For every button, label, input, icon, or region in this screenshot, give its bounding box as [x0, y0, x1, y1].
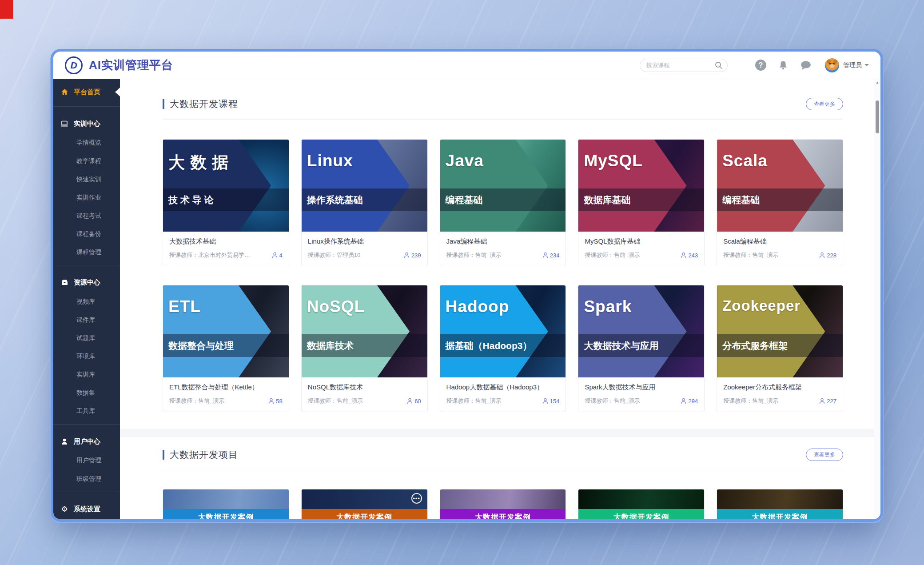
student-count: 239: [404, 252, 421, 259]
sidebar-item-course-exam[interactable]: 课程考试: [53, 207, 120, 225]
section-title: 大数据开发项目: [163, 449, 238, 461]
sidebar-item-class-management[interactable]: 班级管理: [53, 470, 120, 488]
sidebar-divider: [53, 265, 120, 265]
message-bubble-icon: [800, 60, 812, 71]
cover-title: Spark: [584, 297, 632, 316]
bell-icon: [778, 60, 789, 71]
sidebar-item-user-management[interactable]: 用户管理: [53, 452, 120, 470]
person-icon: [407, 398, 413, 404]
cover-title: Zookeeper: [722, 297, 801, 314]
course-title[interactable]: Spark大数据技术与应用: [585, 383, 698, 392]
project-card[interactable]: ••• 大数据开发案例: [301, 489, 428, 519]
student-count: 60: [407, 398, 421, 405]
course-cover: MySQL 数据库基础: [578, 140, 704, 232]
project-card[interactable]: 大数据开发案例: [717, 489, 843, 519]
project-card[interactable]: 大数据开发案例: [440, 489, 566, 519]
course-title[interactable]: Scala编程基础: [723, 237, 836, 246]
help-button[interactable]: ?: [755, 60, 766, 71]
sidebar-divider: [53, 424, 120, 425]
cover-subtitle: 技 术 导 论: [163, 188, 214, 212]
scroll-up-icon[interactable]: ▲: [874, 80, 880, 84]
course-card[interactable]: ETL 数据整合与处理 ETL数据整合与处理（Kettle） 授课教师：售前_演…: [163, 285, 289, 412]
cover-subtitle: 编程基础: [717, 188, 760, 212]
sidebar-item-quick-training[interactable]: 快速实训: [53, 170, 120, 188]
scrollbar-thumb[interactable]: [876, 100, 879, 133]
course-teacher: 授课教师：管理员10: [308, 251, 360, 259]
course-card[interactable]: NoSQL 数据库技术 NoSQL数据库技术 授课教师：售前_演示 60: [301, 285, 428, 412]
sidebar-item-training-library[interactable]: 实训库: [53, 366, 120, 384]
course-card[interactable]: Spark 大数据技术与应用 Spark大数据技术与应用 授课教师：售前_演示 …: [578, 285, 705, 412]
sidebar-item-course-backup[interactable]: 课程备份: [53, 225, 120, 243]
course-title[interactable]: Zookeeper分布式服务框架: [723, 383, 836, 392]
course-teacher: 授课教师：售前_演示: [446, 397, 502, 405]
course-card[interactable]: Zookeeper 分布式服务框架 Zookeeper分布式服务框架 授课教师：…: [717, 285, 843, 412]
app-logo-icon[interactable]: D: [65, 56, 83, 74]
course-title[interactable]: MySQL数据库基础: [585, 237, 698, 246]
sidebar-item-tool-library[interactable]: 工具库: [53, 402, 120, 421]
course-cover: 大 数 据 技 术 导 论: [163, 140, 289, 232]
sidebar-group-user-center[interactable]: 用户中心: [53, 432, 120, 452]
scrollbar[interactable]: ▲: [874, 79, 880, 519]
sidebar-item-course-management[interactable]: 课程管理: [53, 243, 120, 261]
cover-title: 大 数 据: [168, 152, 229, 174]
student-count: 227: [819, 398, 836, 405]
cover-subtitle: 操作系统基础: [302, 188, 363, 212]
course-card[interactable]: MySQL 数据库基础 MySQL数据库基础 授课教师：售前_演示 243: [578, 139, 705, 266]
sidebar-group-resource-center[interactable]: 资源中心: [53, 272, 120, 293]
project-cover: [717, 489, 843, 509]
course-title[interactable]: Hadoop大数据基础（Hadoop3）: [446, 383, 560, 392]
course-title[interactable]: Java编程基础: [446, 237, 560, 246]
cover-title: MySQL: [584, 152, 642, 170]
sidebar-item-learning-overview[interactable]: 学情概览: [53, 134, 120, 152]
project-card[interactable]: 大数据开发案例: [578, 489, 705, 519]
course-card[interactable]: Linux 操作系统基础 Linux操作系统基础 授课教师：管理员10 239: [301, 139, 428, 266]
view-more-button[interactable]: 查看更多: [806, 449, 843, 461]
course-card[interactable]: Hadoop 据基础（Hadoop3） Hadoop大数据基础（Hadoop3）…: [440, 285, 566, 412]
course-title[interactable]: NoSQL数据库技术: [308, 383, 421, 392]
course-card[interactable]: Scala 编程基础 Scala编程基础 授课教师：售前_演示 228: [717, 139, 843, 266]
course-cover: Java 编程基础: [440, 140, 566, 232]
view-more-button[interactable]: 查看更多: [806, 98, 843, 110]
sidebar-item-environment-library[interactable]: 环境库: [53, 348, 120, 366]
course-teacher: 授课教师：售前_演示: [723, 397, 778, 405]
sidebar-item-video-library[interactable]: 视频库: [53, 293, 120, 311]
course-cover: Spark 大数据技术与应用: [578, 285, 704, 377]
project-banner: 大数据开发案例: [440, 509, 566, 519]
student-count: 228: [819, 252, 836, 259]
project-banner: 大数据开发案例: [578, 509, 704, 519]
messages-button[interactable]: [800, 60, 812, 71]
course-card[interactable]: Java 编程基础 Java编程基础 授课教师：售前_演示 234: [440, 139, 566, 266]
student-count: 294: [681, 398, 698, 405]
sidebar-item-courseware-library[interactable]: 课件库: [53, 311, 120, 329]
sidebar-item-dataset[interactable]: 数据集: [53, 384, 120, 402]
project-card[interactable]: 大数据开发案例: [163, 489, 289, 519]
sidebar-item-home[interactable]: 平台首页: [53, 82, 120, 103]
search-icon[interactable]: [715, 61, 723, 69]
sidebar-item-training-homework[interactable]: 实训作业: [53, 188, 120, 207]
cover-subtitle: 数据库技术: [302, 334, 354, 357]
course-title[interactable]: Linux操作系统基础: [308, 237, 421, 246]
notifications-button[interactable]: [778, 60, 789, 71]
student-count: 154: [542, 398, 560, 405]
sidebar-item-system-settings[interactable]: ⚙ 系统设置: [53, 499, 120, 519]
sidebar: 平台首页 实训中心 学情概览 教学课程 快速实训 实训作业 课程考试 课程备份 …: [53, 79, 120, 519]
sidebar-divider: [53, 106, 120, 107]
user-avatar[interactable]: [825, 58, 839, 72]
sidebar-group-training-center[interactable]: 实训中心: [53, 114, 120, 134]
cover-title: Java: [446, 152, 484, 170]
course-teacher: 授课教师：售前_演示: [585, 251, 640, 259]
user-name[interactable]: 管理员: [843, 61, 862, 69]
sidebar-item-question-library[interactable]: 试题库: [53, 329, 120, 348]
project-cover: [578, 489, 704, 509]
course-title[interactable]: 大数据技术基础: [169, 237, 283, 246]
course-title[interactable]: ETL数据整合与处理（Kettle）: [169, 383, 283, 392]
archive-icon: [60, 279, 68, 286]
project-banner: 大数据开发案例: [717, 509, 843, 519]
sidebar-item-teaching-courses[interactable]: 教学课程: [53, 152, 120, 170]
course-card[interactable]: 大 数 据 技 术 导 论 大数据技术基础 授课教师：北京市对外贸易学校教...…: [163, 139, 289, 266]
home-icon: [60, 88, 68, 96]
course-teacher: 授课教师：售前_演示: [723, 251, 778, 259]
person-icon: [681, 252, 686, 258]
chevron-down-icon[interactable]: [864, 64, 869, 68]
cover-subtitle: 数据整合与处理: [163, 334, 234, 357]
